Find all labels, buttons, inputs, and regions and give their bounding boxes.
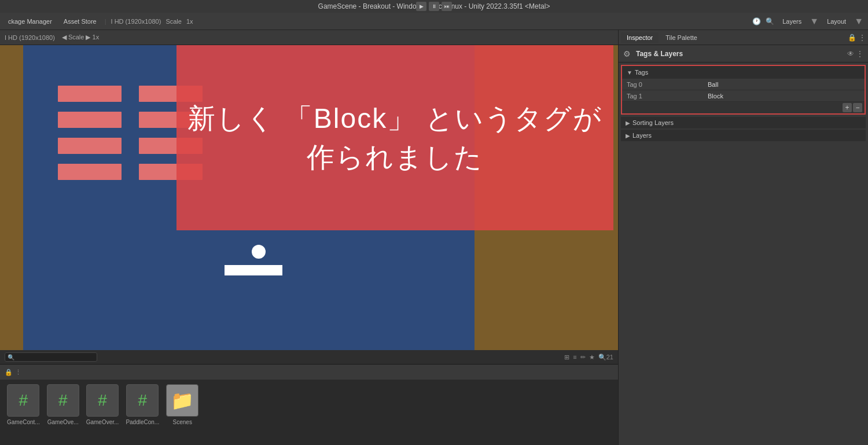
tags-footer: + − bbox=[622, 102, 865, 113]
tag-key-0: Tag 0 bbox=[627, 81, 708, 88]
script-icon: # bbox=[7, 384, 39, 417]
file-count: 🔍21 bbox=[598, 354, 613, 361]
script-icon: # bbox=[126, 384, 159, 417]
project-panel: 🔒 ⋮ #GameCont...#GameOve...#GameOver...#… bbox=[0, 364, 618, 445]
annotation-line1: 新しく 「Block」 というタグが bbox=[187, 99, 602, 138]
file-label: GameOver... bbox=[86, 419, 119, 425]
pause-button[interactable]: ⏸ bbox=[429, 2, 439, 11]
inspector-content: ⚙ Tags & Layers 👁 ⋮ ▼ Tags Tag 0 Ball bbox=[619, 45, 868, 141]
annotation-line2: 作られました bbox=[187, 138, 602, 176]
tag-row: Tag 1 Block bbox=[622, 90, 865, 102]
icon-list: ≡ bbox=[573, 354, 576, 361]
annotation-overlay: 新しく 「Block」 というタグが 作られました bbox=[176, 45, 613, 230]
game-view: I HD (1920x1080) ◀ Scale ▶ 1x bbox=[0, 30, 618, 364]
step-button[interactable]: ⏭ bbox=[442, 2, 452, 11]
scale-label: Scale bbox=[165, 18, 182, 25]
block bbox=[58, 164, 122, 180]
project-search-input[interactable] bbox=[5, 352, 97, 362]
project-search-bar: ⊞ ≡ ✏ ★ 🔍21 bbox=[0, 350, 618, 364]
tags-title: Tags bbox=[635, 69, 648, 76]
paddle bbox=[225, 265, 282, 275]
file-item[interactable]: #GameOve... bbox=[47, 384, 79, 425]
layers-section: ▶ Layers bbox=[621, 130, 866, 141]
game-canvas[interactable]: 新しく 「Block」 というタグが 作られました bbox=[0, 45, 618, 364]
layout-button[interactable]: Layout bbox=[823, 17, 849, 26]
lock-icon: 🔒 bbox=[848, 34, 856, 42]
resolution-label: I HD (1920x1080) bbox=[111, 18, 161, 25]
folder-icon: 📁 bbox=[166, 384, 198, 417]
file-item[interactable]: #GameCont... bbox=[7, 384, 40, 425]
file-item[interactable]: #PaddleCon... bbox=[126, 384, 159, 425]
layers-title: Layers bbox=[632, 132, 652, 139]
script-icon: # bbox=[47, 384, 79, 417]
sorting-layers-section: ▶ Sorting Layers bbox=[621, 117, 866, 128]
tab-inspector[interactable]: Inspector bbox=[621, 32, 659, 43]
layers-arrow: ▶ bbox=[626, 133, 630, 139]
eye-icon: 👁 bbox=[847, 50, 854, 58]
resolution-display: I HD (1920x1080) bbox=[5, 34, 55, 41]
inspector-tabs: Inspector Tile Palette 🔒 ⋮ bbox=[619, 30, 868, 45]
tags-layers-header: ⚙ Tags & Layers 👁 ⋮ bbox=[619, 45, 868, 62]
scale-display: ◀ Scale ▶ 1x bbox=[62, 34, 99, 41]
sorting-layers-title: Sorting Layers bbox=[632, 119, 674, 126]
lock-icon: 🔒 bbox=[5, 369, 13, 376]
more-options-icon: ⋮ bbox=[859, 34, 866, 42]
file-icons-container: #GameCont...#GameOve...#GameOver...#Padd… bbox=[0, 380, 618, 430]
remove-tag-button[interactable]: − bbox=[853, 103, 862, 112]
annotation-text: 新しく 「Block」 というタグが 作られました bbox=[187, 99, 602, 176]
ball bbox=[252, 245, 266, 259]
tags-layers-icons: 👁 ⋮ bbox=[847, 50, 863, 58]
gameview-toolbar: I HD (1920x1080) ◀ Scale ▶ 1x bbox=[0, 30, 618, 45]
block bbox=[58, 138, 122, 154]
icon-grid: ⊞ bbox=[564, 354, 569, 361]
tags-header[interactable]: ▼ Tags bbox=[622, 66, 865, 79]
more-icon: ⋮ bbox=[15, 369, 21, 376]
tag-key-1: Tag 1 bbox=[627, 93, 708, 100]
layers-button[interactable]: Layers bbox=[779, 17, 805, 26]
project-toolbar: 🔒 ⋮ bbox=[0, 365, 618, 380]
tags-table: Tag 0 Ball Tag 1 Block bbox=[622, 79, 865, 102]
block bbox=[58, 86, 122, 102]
tag-value-0: Ball bbox=[708, 81, 718, 88]
package-manager-button[interactable]: ckage Manager bbox=[5, 17, 56, 26]
icon-pencil: ✏ bbox=[580, 354, 586, 361]
more-icon: ⋮ bbox=[856, 50, 863, 58]
tag-value-1: Block bbox=[708, 93, 723, 100]
tags-arrow: ▼ bbox=[627, 69, 632, 76]
icon-star: ★ bbox=[589, 354, 595, 361]
project-toolbar-icons: ⊞ ≡ ✏ ★ 🔍21 bbox=[564, 354, 613, 361]
file-label: Scenes bbox=[173, 419, 192, 425]
tab-tile-palette[interactable]: Tile Palette bbox=[660, 32, 703, 43]
play-button[interactable]: ▶ bbox=[416, 2, 426, 11]
file-label: GameCont... bbox=[7, 419, 40, 425]
block bbox=[58, 112, 122, 128]
gear-icon: ⚙ bbox=[623, 49, 632, 58]
layers-header[interactable]: ▶ Layers bbox=[621, 130, 866, 141]
sorting-layers-arrow: ▶ bbox=[626, 120, 630, 126]
scale-value: 1x bbox=[186, 18, 193, 25]
script-icon: # bbox=[86, 384, 119, 417]
toolbar: ckage Manager Asset Store | I HD (1920x1… bbox=[0, 13, 868, 30]
asset-store-button[interactable]: Asset Store bbox=[60, 17, 100, 26]
tag-row: Tag 0 Ball bbox=[622, 79, 865, 90]
add-tag-button[interactable]: + bbox=[843, 103, 852, 112]
file-item[interactable]: 📁Scenes bbox=[166, 384, 198, 425]
play-controls: ▶ ⏸ ⏭ bbox=[411, 0, 457, 13]
sorting-layers-header[interactable]: ▶ Sorting Layers bbox=[621, 117, 866, 128]
file-label: GameOve... bbox=[47, 419, 79, 425]
tags-layers-title: Tags & Layers bbox=[636, 50, 683, 58]
inspector-tab-icons: 🔒 ⋮ bbox=[848, 34, 866, 42]
main-area: I HD (1920x1080) ◀ Scale ▶ 1x bbox=[0, 30, 868, 445]
file-label: PaddleCon... bbox=[126, 419, 159, 425]
inspector-panel: Inspector Tile Palette 🔒 ⋮ ⚙ Tags & Laye… bbox=[618, 30, 868, 445]
tags-section: ▼ Tags Tag 0 Ball Tag 1 Block + − bbox=[621, 65, 866, 115]
file-item[interactable]: #GameOver... bbox=[86, 384, 119, 425]
